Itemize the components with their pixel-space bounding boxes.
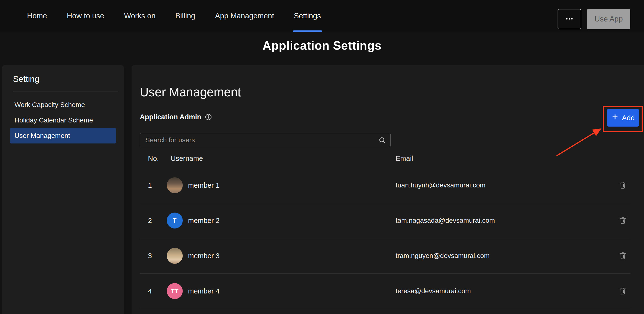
table-row: 4 TT member 4 teresa@devsamurai.com [140,274,630,309]
delete-user-button[interactable] [618,181,627,190]
info-icon[interactable] [205,113,212,121]
nav-tab-label: Billing [175,12,195,20]
delete-user-button[interactable] [618,216,627,225]
trash-icon [618,181,627,190]
nav-tab-label: Works on [124,12,156,20]
sidebar-item[interactable]: Work Capacity Scheme [10,97,116,113]
email-label: teresa@devsamurai.com [392,287,615,295]
email-label: tuan.huynh@devsamurai.com [392,181,615,189]
top-navbar: Home How to use Works on Billing App Man… [0,0,644,32]
trash-icon [618,216,627,225]
sidebar-item[interactable]: User Management [10,128,116,143]
nav-tab[interactable]: Settings [294,0,321,32]
column-header-username: Username [167,155,392,163]
sidebar-items: Work Capacity Scheme Holiday Calendar Sc… [2,97,124,143]
sidebar-item[interactable]: Holiday Calendar Scheme [10,113,116,128]
settings-sidebar: Setting Work Capacity Scheme Holiday Cal… [2,65,124,314]
delete-user-button[interactable] [618,286,627,296]
users-table-body: 1 member 1 tuan.huynh@devsamurai.com 2 T… [140,168,630,309]
avatar [167,177,183,193]
column-header-email: Email [392,155,615,163]
row-number: 3 [148,252,167,260]
application-admin-section: Application Admin [140,113,630,121]
main-title: User Management [140,85,630,100]
nav-tab[interactable]: App Management [215,0,274,32]
sidebar-title: Setting [13,74,124,84]
application-admin-label: Application Admin [140,113,201,121]
table-row: 1 member 1 tuan.huynh@devsamurai.com [140,168,630,203]
username-cell: member 3 [167,248,392,264]
row-number: 1 [148,181,167,189]
nav-tab-label: How to use [67,12,104,20]
search-input[interactable] [145,136,378,144]
nav-tab-label: Home [27,12,47,20]
nav-tab[interactable]: Works on [124,0,156,32]
sidebar-item-label: User Management [14,132,70,140]
avatar: T [167,213,183,228]
nav-tab-label: App Management [215,12,274,20]
add-button[interactable]: Add [607,109,639,127]
row-number: 4 [148,287,167,295]
username-label: member 1 [188,181,220,189]
trash-icon [618,251,627,261]
delete-user-button[interactable] [618,251,627,261]
row-number: 2 [148,217,167,225]
search-box [140,133,390,147]
username-label: member 2 [188,217,220,225]
username-cell: T member 2 [167,213,392,228]
nav-tabs: Home How to use Works on Billing App Man… [27,0,321,32]
more-button[interactable] [558,9,581,29]
trash-icon [618,286,627,296]
username-cell: member 1 [167,177,392,193]
email-label: tam.nagasada@devsamurai.com [392,217,615,224]
users-table: No. Username Email 1 member 1 tuan.huynh… [140,150,630,309]
users-table-header: No. Username Email [140,150,630,168]
search-icon[interactable] [378,136,386,144]
more-ellipsis-icon [565,15,574,24]
nav-tab[interactable]: How to use [67,0,104,32]
add-button-label: Add [622,114,634,122]
avatar: TT [167,283,183,299]
username-cell: TT member 4 [167,283,392,299]
table-row: 3 member 3 tram.nguyen@devsamurai.com [140,238,630,274]
sidebar-divider [13,92,118,92]
sidebar-item-label: Work Capacity Scheme [14,101,85,109]
nav-tab-label: Settings [294,12,321,20]
email-label: tram.nguyen@devsamurai.com [392,252,615,260]
table-row: 2 T member 2 tam.nagasada@devsamurai.com [140,203,630,238]
nav-tab[interactable]: Billing [175,0,195,32]
sidebar-item-label: Holiday Calendar Scheme [14,116,93,124]
plus-icon [611,113,619,122]
column-header-no: No. [148,155,167,163]
use-app-button[interactable]: Use App [587,9,630,29]
nav-tab[interactable]: Home [27,0,47,32]
nav-actions: Use App [558,9,630,29]
username-label: member 3 [188,252,220,260]
page-title: Application Settings [0,39,644,53]
username-label: member 4 [188,287,220,295]
avatar [167,248,183,264]
user-management-panel: User Management Application Admin No. Us… [132,65,644,314]
